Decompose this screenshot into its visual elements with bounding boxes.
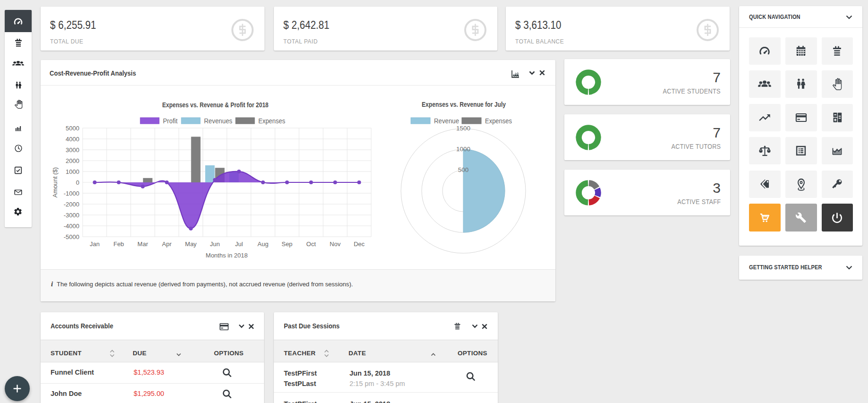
svg-text:Jun: Jun [210,240,220,248]
svg-text:2000: 2000 [66,157,79,164]
svg-text:0: 0 [76,179,79,186]
svg-text:Oct: Oct [306,240,316,248]
svg-text:Expenses vs. Revenue & Profit: Expenses vs. Revenue & Profit for 2018 [162,101,269,109]
svg-text:Feb: Feb [113,240,124,248]
svg-text:-2000: -2000 [64,201,79,208]
svg-text:Expenses vs. Revenue for July: Expenses vs. Revenue for July [422,100,506,108]
svg-text:500: 500 [458,166,469,173]
svg-text:1000: 1000 [456,146,470,153]
svg-text:-3000: -3000 [64,212,79,219]
svg-text:May: May [185,240,197,248]
svg-text:Apr: Apr [162,240,172,248]
svg-text:1500: 1500 [456,125,470,132]
svg-text:Sep: Sep [281,240,292,248]
svg-text:Expenses: Expenses [258,117,285,125]
svg-text:5000: 5000 [66,125,79,132]
svg-text:3000: 3000 [66,146,79,154]
svg-text:Aug: Aug [257,240,268,248]
svg-text:Jan: Jan [90,240,100,248]
svg-text:Profit: Profit [163,117,178,125]
svg-text:Expenses: Expenses [485,117,512,125]
svg-text:1000: 1000 [66,168,79,175]
svg-text:-4000: -4000 [64,223,79,230]
svg-text:Jul: Jul [235,240,243,248]
svg-text:Revenue: Revenue [434,117,459,125]
svg-text:Dec: Dec [354,240,365,248]
svg-text:Nov: Nov [330,240,341,248]
svg-text:4000: 4000 [66,136,79,143]
svg-text:Months in 2018: Months in 2018 [206,252,248,259]
svg-text:Revenues: Revenues [204,117,232,125]
svg-text:-5000: -5000 [64,233,79,240]
svg-text:Mar: Mar [137,240,148,248]
svg-text:-1000: -1000 [64,190,79,197]
svg-text:Amount ($): Amount ($) [51,167,59,197]
